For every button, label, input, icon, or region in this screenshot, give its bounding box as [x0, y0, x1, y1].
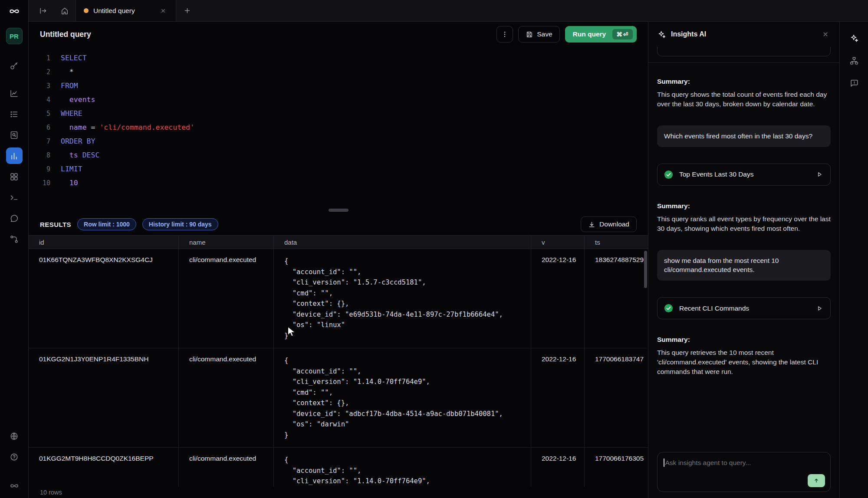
- insight-result-card[interactable]: Recent CLI Commands: [657, 297, 831, 319]
- summary-label: Summary:: [657, 202, 831, 210]
- bar-chart-icon[interactable]: [6, 147, 23, 164]
- insight-result-card[interactable]: Top Events Last 30 Days: [657, 164, 831, 186]
- column-name[interactable]: name: [178, 236, 273, 249]
- input-placeholder: Ask insights agent to query...: [665, 459, 751, 466]
- row-count: 10 rows: [29, 487, 648, 498]
- summary-label: Summary:: [657, 78, 831, 85]
- cell-name: cli/command.executed: [178, 348, 273, 447]
- cell-data: { "account_id": "", "cli_version": "1.5.…: [273, 249, 531, 348]
- insights-panel: Insights AI Summary: This query shows th…: [648, 22, 839, 498]
- code-text: LIMIT: [61, 162, 82, 176]
- code-text: name = 'cli/command.executed': [61, 121, 194, 134]
- column-data[interactable]: data: [273, 236, 531, 249]
- doc-search-icon[interactable]: [6, 127, 23, 143]
- code-text: WHERE: [61, 107, 82, 121]
- download-button[interactable]: Download: [581, 216, 637, 232]
- code-text: 10: [61, 176, 78, 190]
- run-shortcut-chip: ⌘⏎: [612, 29, 633, 39]
- success-check-icon: [664, 303, 674, 313]
- table-scrollbar[interactable]: [644, 251, 647, 288]
- save-button[interactable]: Save: [518, 26, 559, 43]
- tab-label: Untitled query: [93, 7, 154, 15]
- right-icon-strip: [839, 22, 868, 498]
- grid-icon[interactable]: [6, 168, 23, 185]
- run-insight-icon[interactable]: [815, 304, 824, 313]
- new-tab-icon[interactable]: [176, 0, 198, 21]
- cell-v: 2022-12-16: [531, 348, 584, 447]
- left-sidebar: PR: [0, 0, 29, 498]
- text-caret: [664, 459, 664, 467]
- close-panel-icon[interactable]: [820, 29, 831, 39]
- column-id[interactable]: id: [29, 236, 178, 249]
- line-number: 5: [29, 107, 50, 121]
- user-message-text: Which events fired most often in the las…: [664, 132, 812, 140]
- results-label: RESULTS: [40, 221, 71, 228]
- cell-ts: 1770066183747: [584, 348, 648, 447]
- insights-input[interactable]: Ask insights agent to query...: [657, 452, 831, 492]
- feedback-icon[interactable]: [845, 75, 863, 92]
- user-message-text: show me data from the most recent 10 cli…: [664, 257, 779, 274]
- query-header: Untitled query Save Run query ⌘⏎: [29, 22, 648, 47]
- insights-body: Summary: This query shows the total coun…: [648, 47, 839, 498]
- table-rows: 01K66TQNZA3WFBQ8XN2KXSG4CJ cli/command.e…: [29, 249, 648, 487]
- editor-line: 7ORDER BY: [29, 134, 648, 148]
- sql-editor[interactable]: 1SELECT2 *3FROM4 events5WHERE6 name = 'c…: [29, 47, 648, 206]
- download-icon: [588, 221, 595, 228]
- code-text: SELECT: [61, 51, 87, 65]
- summary-text: This query ranks all event types by freq…: [657, 214, 831, 233]
- terminal-icon[interactable]: [6, 189, 23, 206]
- send-button[interactable]: [808, 474, 825, 487]
- insights-title: Insights AI: [671, 30, 706, 38]
- save-label: Save: [537, 30, 552, 38]
- table-row[interactable]: 01KGG2N1J3Y0ENP1R4F1335BNH cli/command.e…: [29, 348, 648, 448]
- column-v[interactable]: v: [531, 236, 584, 249]
- results-toolbar: RESULTS Row limit : 1000 History limit :…: [29, 213, 648, 235]
- cell-id: 01KGG2N1J3Y0ENP1R4F1335BNH: [29, 348, 178, 447]
- infinity-logo-icon: [8, 5, 20, 17]
- home-icon[interactable]: [54, 0, 76, 21]
- cell-data: { "account_id": "", "cli_version": "1.14…: [273, 348, 531, 447]
- line-number: 3: [29, 79, 50, 93]
- history-limit-badge[interactable]: History limit : 90 days: [142, 218, 218, 230]
- help-icon[interactable]: [6, 449, 23, 465]
- cell-ts: 1770066176305: [584, 448, 648, 487]
- run-insight-icon[interactable]: [815, 170, 824, 179]
- workspace-avatar[interactable]: PR: [6, 28, 23, 44]
- cell-name: cli/command.executed: [178, 249, 273, 348]
- sparkles-icon: [657, 30, 666, 39]
- key-icon[interactable]: [6, 57, 23, 74]
- editor-line: 9LIMIT: [29, 162, 648, 176]
- insights-header: Insights AI: [648, 22, 839, 47]
- kebab-menu-icon[interactable]: [496, 26, 513, 43]
- panel-expand-icon[interactable]: [32, 0, 54, 21]
- editor-line: 2 *: [29, 65, 648, 79]
- row-limit-badge[interactable]: Row limit : 1000: [77, 218, 136, 230]
- workflow-icon[interactable]: [6, 231, 23, 247]
- hierarchy-icon[interactable]: [845, 52, 863, 69]
- sparkles-icon[interactable]: [845, 29, 863, 47]
- editor-line: 3FROM: [29, 79, 648, 93]
- column-ts[interactable]: ts: [584, 236, 648, 249]
- table-row[interactable]: 01K66TQNZA3WFBQ8XN2KXSG4CJ cli/command.e…: [29, 249, 648, 348]
- close-tab-icon[interactable]: [158, 6, 168, 16]
- editor-line: 8 ts DESC: [29, 148, 648, 162]
- line-chart-icon[interactable]: [6, 85, 23, 102]
- table-row[interactable]: 01KGG2MT9H8H8CCDQ0ZK16BEPP cli/command.e…: [29, 448, 648, 487]
- globe-icon[interactable]: [6, 428, 23, 444]
- tab-untitled-query[interactable]: Untitled query: [76, 0, 176, 21]
- summary-block: Summary: This query shows the total coun…: [657, 78, 831, 109]
- line-number: 10: [29, 176, 50, 190]
- results-table-body: 01K66TQNZA3WFBQ8XN2KXSG4CJ cli/command.e…: [29, 249, 648, 487]
- split-drag-handle[interactable]: [29, 206, 648, 213]
- tab-bar: Untitled query: [29, 0, 868, 22]
- cell-id: 01K66TQNZA3WFBQ8XN2KXSG4CJ: [29, 249, 178, 348]
- code-text: FROM: [61, 79, 78, 93]
- unsaved-dot-icon: [84, 8, 89, 13]
- insight-card-title: Recent CLI Commands: [679, 305, 809, 312]
- run-query-button[interactable]: Run query ⌘⏎: [565, 26, 637, 43]
- content-row: Untitled query Save Run query ⌘⏎: [29, 22, 868, 498]
- list-icon[interactable]: [6, 106, 23, 122]
- insight-card-title: Top Events Last 30 Days: [679, 170, 809, 178]
- chat-icon[interactable]: [6, 210, 23, 226]
- summary-text: This query shows the total count of even…: [657, 90, 831, 109]
